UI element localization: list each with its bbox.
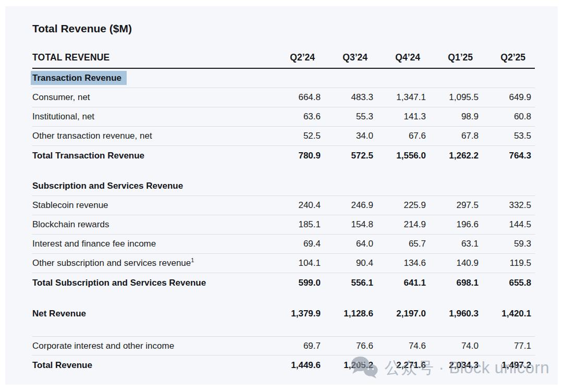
cell-value: 67.8 bbox=[430, 131, 482, 141]
row-label: Total Transaction Revenue bbox=[32, 151, 272, 161]
cell-value: 60.8 bbox=[482, 112, 535, 122]
cell-value: 34.0 bbox=[324, 131, 377, 141]
cell-value: 764.3 bbox=[482, 151, 535, 161]
table-row-total-subscription-services: Total Subscription and Services Revenue … bbox=[32, 273, 535, 292]
cell-value: 246.9 bbox=[324, 200, 377, 211]
table-row-corporate-interest: Corporate interest and other income 69.7… bbox=[32, 336, 535, 356]
cell-value: 53.5 bbox=[482, 131, 535, 141]
table-row-total-transaction-revenue: Total Transaction Revenue 780.9 572.5 1,… bbox=[32, 146, 535, 165]
row-label: Total Subscription and Services Revenue bbox=[32, 278, 272, 288]
column-header-q3-24: Q3’24 bbox=[324, 52, 377, 63]
cell-value: 225.9 bbox=[377, 200, 430, 211]
cell-value: 104.1 bbox=[272, 258, 324, 268]
row-label: Consumer, net bbox=[32, 92, 272, 103]
cell-value: 1,556.0 bbox=[377, 151, 430, 161]
cell-value: 134.6 bbox=[377, 258, 430, 268]
table-row-total-revenue: Total Revenue 1,449.6 1,205.2 2,271.6 2,… bbox=[32, 356, 535, 375]
cell-value: 214.9 bbox=[377, 219, 430, 230]
section-row-subscription-services: Subscription and Services Revenue bbox=[32, 177, 535, 196]
cell-value: 240.4 bbox=[272, 200, 324, 211]
row-label: Stablecoin revenue bbox=[32, 200, 272, 211]
table-row-consumer-net: Consumer, net 664.8 483.3 1,347.1 1,095.… bbox=[32, 88, 535, 107]
cell-value: 69.4 bbox=[272, 239, 324, 249]
cell-value: 52.5 bbox=[272, 131, 324, 141]
cell-value: 1,095.5 bbox=[430, 92, 482, 103]
cell-value: 1,497.2 bbox=[482, 360, 535, 371]
table-header-row: TOTAL REVENUE Q2’24 Q3’24 Q4’24 Q1’25 Q2… bbox=[32, 36, 535, 69]
table-row-other-subscription-services: Other subscription and services revenue1… bbox=[32, 254, 535, 273]
row-label: Net Revenue bbox=[32, 309, 272, 319]
cell-value: 641.1 bbox=[377, 278, 430, 288]
cell-value: 196.6 bbox=[430, 219, 482, 230]
cell-value: 63.1 bbox=[430, 239, 482, 249]
section-gap bbox=[32, 165, 535, 177]
section-row-transaction-revenue: Transaction Revenue bbox=[32, 69, 535, 88]
cell-value: 90.4 bbox=[324, 258, 377, 268]
cell-value: 698.1 bbox=[430, 278, 482, 288]
cell-value: 780.9 bbox=[272, 151, 324, 161]
cell-value: 655.8 bbox=[482, 278, 535, 288]
cell-value: 63.6 bbox=[272, 112, 324, 122]
cell-value: 332.5 bbox=[482, 200, 535, 211]
table-row-institutional-net: Institutional, net 63.6 55.3 141.3 98.9 … bbox=[32, 107, 535, 127]
cell-value: 141.3 bbox=[377, 112, 430, 122]
section-label: Subscription and Services Revenue bbox=[32, 181, 535, 191]
table-row-net-revenue: Net Revenue 1,379.9 1,128.6 2,197.0 1,96… bbox=[32, 304, 535, 323]
row-label: Institutional, net bbox=[32, 112, 272, 122]
cell-value: 2,271.6 bbox=[377, 360, 430, 371]
column-header-q4-24: Q4’24 bbox=[377, 52, 430, 63]
cell-value: 1,347.1 bbox=[377, 92, 430, 103]
page-title: Total Revenue ($M) bbox=[32, 21, 535, 36]
cell-value: 185.1 bbox=[272, 219, 324, 230]
table-header-label: TOTAL REVENUE bbox=[32, 52, 272, 63]
section-gap bbox=[32, 323, 535, 336]
cell-value: 1,262.2 bbox=[430, 151, 482, 161]
cell-value: 69.7 bbox=[272, 341, 324, 351]
section-gap bbox=[32, 292, 535, 304]
column-header-q2-24: Q2’24 bbox=[272, 52, 324, 63]
column-header-q2-25: Q2’25 bbox=[482, 52, 535, 63]
table-row-other-transaction-revenue: Other transaction revenue, net 52.5 34.0… bbox=[32, 127, 535, 146]
cell-value: 556.1 bbox=[324, 278, 377, 288]
cell-value: 1,449.6 bbox=[272, 360, 324, 371]
cell-value: 74.6 bbox=[377, 341, 430, 351]
cell-value: 664.8 bbox=[272, 92, 324, 103]
cell-value: 144.5 bbox=[482, 219, 535, 230]
cell-value: 572.5 bbox=[324, 151, 377, 161]
cell-value: 77.1 bbox=[482, 341, 535, 351]
table-row-interest-finance-fee: Interest and finance fee income 69.4 64.… bbox=[32, 235, 535, 254]
revenue-table-card: Total Revenue ($M) TOTAL REVENUE Q2’24 Q… bbox=[5, 6, 558, 385]
cell-value: 483.3 bbox=[324, 92, 377, 103]
cell-value: 1,420.1 bbox=[482, 309, 535, 319]
column-header-q1-25: Q1’25 bbox=[430, 52, 482, 63]
cell-value: 140.9 bbox=[430, 258, 482, 268]
table-row-blockchain-rewards: Blockchain rewards 185.1 154.8 214.9 196… bbox=[32, 215, 535, 235]
row-label: Total Revenue bbox=[32, 360, 272, 371]
row-label: Interest and finance fee income bbox=[32, 239, 272, 249]
cell-value: 1,128.6 bbox=[324, 309, 377, 319]
cell-value: 1,205.2 bbox=[324, 360, 377, 371]
cell-value: 119.5 bbox=[482, 258, 535, 268]
cell-value: 65.7 bbox=[377, 239, 430, 249]
cell-value: 1,379.9 bbox=[272, 309, 324, 319]
cell-value: 154.8 bbox=[324, 219, 377, 230]
cell-value: 55.3 bbox=[324, 112, 377, 122]
cell-value: 98.9 bbox=[430, 112, 482, 122]
row-label: Other subscription and services revenue1 bbox=[32, 258, 272, 268]
highlighted-section-label: Transaction Revenue bbox=[31, 71, 127, 85]
cell-value: 67.6 bbox=[377, 131, 430, 141]
cell-value: 1,960.3 bbox=[430, 309, 482, 319]
row-label: Corporate interest and other income bbox=[32, 341, 272, 351]
cell-value: 76.6 bbox=[324, 341, 377, 351]
cell-value: 2,034.3 bbox=[430, 360, 482, 371]
cell-value: 59.3 bbox=[482, 239, 535, 249]
cell-value: 2,197.0 bbox=[377, 309, 430, 319]
footnote-marker: 1 bbox=[191, 257, 194, 263]
cell-value: 599.0 bbox=[272, 278, 324, 288]
row-label: Blockchain rewards bbox=[32, 219, 272, 230]
cell-value: 64.0 bbox=[324, 239, 377, 249]
cell-value: 297.5 bbox=[430, 200, 482, 211]
table-row-stablecoin-revenue: Stablecoin revenue 240.4 246.9 225.9 297… bbox=[32, 196, 535, 215]
row-label: Other transaction revenue, net bbox=[32, 131, 272, 141]
cell-value: 649.9 bbox=[482, 92, 535, 103]
